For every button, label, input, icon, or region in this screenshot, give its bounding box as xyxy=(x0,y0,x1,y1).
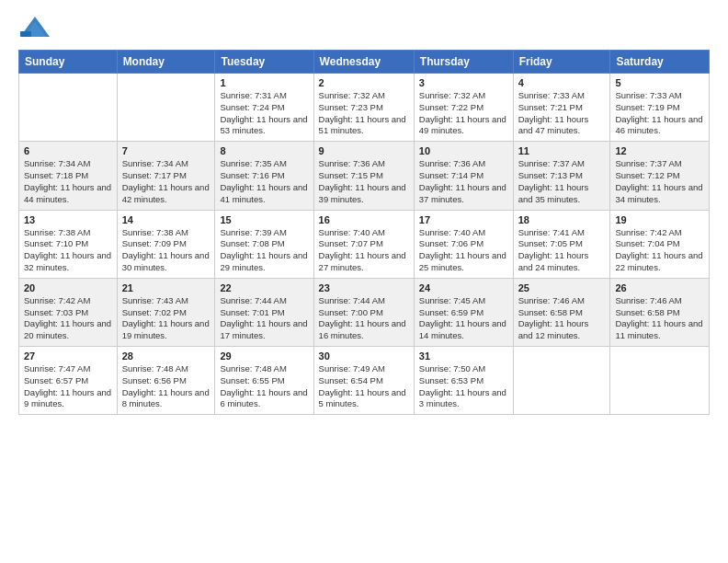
day-info: Sunrise: 7:31 AM Sunset: 7:24 PM Dayligh… xyxy=(220,90,308,137)
day-number: 16 xyxy=(319,214,409,225)
calendar-cell: 16Sunrise: 7:40 AM Sunset: 7:07 PM Dayli… xyxy=(313,210,414,278)
calendar-weekday-header: Saturday xyxy=(610,51,710,74)
calendar-cell: 21Sunrise: 7:43 AM Sunset: 7:02 PM Dayli… xyxy=(117,278,215,346)
page: SundayMondayTuesdayWednesdayThursdayFrid… xyxy=(0,0,728,563)
day-number: 12 xyxy=(615,145,704,156)
calendar-cell: 4Sunrise: 7:33 AM Sunset: 7:21 PM Daylig… xyxy=(513,74,610,142)
day-number: 10 xyxy=(419,145,508,156)
calendar-cell: 31Sunrise: 7:50 AM Sunset: 6:53 PM Dayli… xyxy=(414,347,513,415)
calendar-weekday-header: Wednesday xyxy=(313,51,414,74)
calendar-cell: 8Sunrise: 7:35 AM Sunset: 7:16 PM Daylig… xyxy=(215,142,313,210)
day-number: 29 xyxy=(220,350,308,362)
day-info: Sunrise: 7:40 AM Sunset: 7:07 PM Dayligh… xyxy=(319,227,409,274)
calendar-cell: 9Sunrise: 7:36 AM Sunset: 7:15 PM Daylig… xyxy=(313,142,414,210)
day-info: Sunrise: 7:33 AM Sunset: 7:21 PM Dayligh… xyxy=(518,90,606,137)
calendar-week-row: 20Sunrise: 7:42 AM Sunset: 7:03 PM Dayli… xyxy=(19,278,710,346)
calendar-cell: 27Sunrise: 7:47 AM Sunset: 6:57 PM Dayli… xyxy=(19,347,118,415)
calendar-cell: 7Sunrise: 7:34 AM Sunset: 7:17 PM Daylig… xyxy=(117,142,215,210)
day-number: 5 xyxy=(615,77,704,88)
day-number: 28 xyxy=(122,350,210,362)
day-info: Sunrise: 7:39 AM Sunset: 7:08 PM Dayligh… xyxy=(220,227,308,274)
calendar-cell: 6Sunrise: 7:34 AM Sunset: 7:18 PM Daylig… xyxy=(19,142,118,210)
day-info: Sunrise: 7:43 AM Sunset: 7:02 PM Dayligh… xyxy=(122,295,210,342)
day-info: Sunrise: 7:37 AM Sunset: 7:12 PM Dayligh… xyxy=(615,158,704,205)
day-number: 31 xyxy=(419,350,508,362)
calendar-cell: 20Sunrise: 7:42 AM Sunset: 7:03 PM Dayli… xyxy=(19,278,118,346)
calendar-cell: 10Sunrise: 7:36 AM Sunset: 7:14 PM Dayli… xyxy=(414,142,513,210)
day-info: Sunrise: 7:48 AM Sunset: 6:56 PM Dayligh… xyxy=(122,363,210,410)
calendar-cell: 18Sunrise: 7:41 AM Sunset: 7:05 PM Dayli… xyxy=(513,210,610,278)
day-info: Sunrise: 7:49 AM Sunset: 6:54 PM Dayligh… xyxy=(319,363,409,410)
calendar-week-row: 1Sunrise: 7:31 AM Sunset: 7:24 PM Daylig… xyxy=(19,74,710,142)
calendar-weekday-header: Monday xyxy=(117,51,215,74)
day-number: 7 xyxy=(122,145,210,156)
day-number: 20 xyxy=(24,282,112,293)
day-info: Sunrise: 7:42 AM Sunset: 7:03 PM Dayligh… xyxy=(24,295,112,342)
day-number: 4 xyxy=(518,77,606,88)
svg-rect-2 xyxy=(20,31,31,37)
day-info: Sunrise: 7:36 AM Sunset: 7:15 PM Dayligh… xyxy=(319,158,409,205)
calendar-cell: 15Sunrise: 7:39 AM Sunset: 7:08 PM Dayli… xyxy=(215,210,313,278)
day-info: Sunrise: 7:41 AM Sunset: 7:05 PM Dayligh… xyxy=(518,227,606,274)
calendar-cell: 12Sunrise: 7:37 AM Sunset: 7:12 PM Dayli… xyxy=(610,142,710,210)
calendar-cell xyxy=(610,347,710,415)
day-number: 3 xyxy=(419,77,508,88)
day-number: 13 xyxy=(24,214,112,225)
header xyxy=(18,15,710,40)
day-number: 26 xyxy=(615,282,704,293)
calendar-cell xyxy=(19,74,118,142)
calendar-cell: 23Sunrise: 7:44 AM Sunset: 7:00 PM Dayli… xyxy=(313,278,414,346)
calendar-cell: 5Sunrise: 7:33 AM Sunset: 7:19 PM Daylig… xyxy=(610,74,710,142)
day-info: Sunrise: 7:38 AM Sunset: 7:09 PM Dayligh… xyxy=(122,227,210,274)
day-info: Sunrise: 7:47 AM Sunset: 6:57 PM Dayligh… xyxy=(24,363,112,410)
calendar-cell: 17Sunrise: 7:40 AM Sunset: 7:06 PM Dayli… xyxy=(414,210,513,278)
calendar-cell: 19Sunrise: 7:42 AM Sunset: 7:04 PM Dayli… xyxy=(610,210,710,278)
day-number: 9 xyxy=(319,145,409,156)
calendar-cell: 13Sunrise: 7:38 AM Sunset: 7:10 PM Dayli… xyxy=(19,210,118,278)
calendar-cell: 30Sunrise: 7:49 AM Sunset: 6:54 PM Dayli… xyxy=(313,347,414,415)
day-number: 19 xyxy=(615,214,704,225)
day-info: Sunrise: 7:36 AM Sunset: 7:14 PM Dayligh… xyxy=(419,158,508,205)
day-number: 15 xyxy=(220,214,308,225)
calendar-cell xyxy=(513,347,610,415)
calendar-cell: 1Sunrise: 7:31 AM Sunset: 7:24 PM Daylig… xyxy=(215,74,313,142)
day-info: Sunrise: 7:44 AM Sunset: 7:00 PM Dayligh… xyxy=(319,295,409,342)
day-info: Sunrise: 7:50 AM Sunset: 6:53 PM Dayligh… xyxy=(419,363,508,410)
day-number: 17 xyxy=(419,214,508,225)
calendar-cell: 14Sunrise: 7:38 AM Sunset: 7:09 PM Dayli… xyxy=(117,210,215,278)
calendar-cell: 25Sunrise: 7:46 AM Sunset: 6:58 PM Dayli… xyxy=(513,278,610,346)
logo xyxy=(18,15,55,40)
day-number: 14 xyxy=(122,214,210,225)
day-number: 22 xyxy=(220,282,308,293)
day-info: Sunrise: 7:37 AM Sunset: 7:13 PM Dayligh… xyxy=(518,158,606,205)
day-info: Sunrise: 7:33 AM Sunset: 7:19 PM Dayligh… xyxy=(615,90,704,137)
calendar-cell: 28Sunrise: 7:48 AM Sunset: 6:56 PM Dayli… xyxy=(117,347,215,415)
day-number: 11 xyxy=(518,145,606,156)
calendar-weekday-header: Sunday xyxy=(19,51,118,74)
day-number: 30 xyxy=(319,350,409,362)
day-number: 21 xyxy=(122,282,210,293)
calendar-weekday-header: Friday xyxy=(513,51,610,74)
day-number: 1 xyxy=(220,77,308,88)
calendar-weekday-header: Thursday xyxy=(414,51,513,74)
calendar-week-row: 13Sunrise: 7:38 AM Sunset: 7:10 PM Dayli… xyxy=(19,210,710,278)
day-info: Sunrise: 7:34 AM Sunset: 7:17 PM Dayligh… xyxy=(122,158,210,205)
calendar-cell: 22Sunrise: 7:44 AM Sunset: 7:01 PM Dayli… xyxy=(215,278,313,346)
calendar-week-row: 27Sunrise: 7:47 AM Sunset: 6:57 PM Dayli… xyxy=(19,347,710,415)
day-info: Sunrise: 7:46 AM Sunset: 6:58 PM Dayligh… xyxy=(518,295,606,342)
day-info: Sunrise: 7:44 AM Sunset: 7:01 PM Dayligh… xyxy=(220,295,308,342)
calendar-cell: 11Sunrise: 7:37 AM Sunset: 7:13 PM Dayli… xyxy=(513,142,610,210)
day-number: 8 xyxy=(220,145,308,156)
day-number: 24 xyxy=(419,282,508,293)
day-number: 6 xyxy=(24,145,112,156)
calendar-cell: 3Sunrise: 7:32 AM Sunset: 7:22 PM Daylig… xyxy=(414,74,513,142)
day-info: Sunrise: 7:45 AM Sunset: 6:59 PM Dayligh… xyxy=(419,295,508,342)
calendar-weekday-header: Tuesday xyxy=(215,51,313,74)
day-number: 2 xyxy=(319,77,409,88)
calendar-cell: 26Sunrise: 7:46 AM Sunset: 6:58 PM Dayli… xyxy=(610,278,710,346)
day-info: Sunrise: 7:34 AM Sunset: 7:18 PM Dayligh… xyxy=(24,158,112,205)
calendar-cell: 2Sunrise: 7:32 AM Sunset: 7:23 PM Daylig… xyxy=(313,74,414,142)
day-number: 25 xyxy=(518,282,606,293)
day-info: Sunrise: 7:32 AM Sunset: 7:22 PM Dayligh… xyxy=(419,90,508,137)
day-number: 18 xyxy=(518,214,606,225)
